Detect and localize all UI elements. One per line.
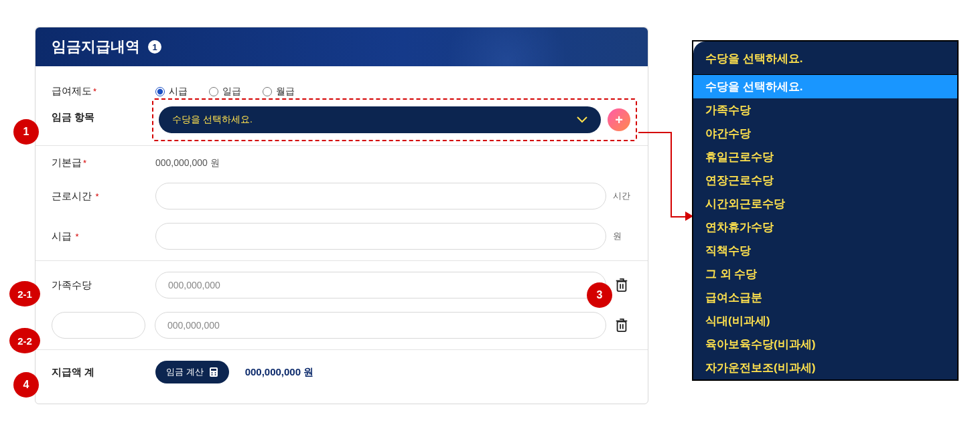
svg-rect-3 — [211, 369, 216, 371]
dropdown-options-list: 수당을 선택하세요. 가족수당 야간수당 휴일근로수당 연장근로수당 시간외근로… — [693, 75, 957, 379]
row-allowance-family: 가족수당 000,000,000 — [52, 265, 632, 305]
svg-point-4 — [211, 372, 212, 373]
dropdown-option[interactable]: 직책수당 — [693, 239, 957, 262]
svg-rect-0 — [618, 282, 626, 292]
row-pay-system: 급여제도* 시급 일급 월급 — [52, 78, 632, 104]
allowance-custom-value-input[interactable]: 000,000,000 — [155, 312, 606, 339]
dropdown-option[interactable]: 자가운전보조(비과세) — [693, 356, 957, 379]
row-work-hours: 근로시간 * 시간 — [52, 176, 632, 216]
required-mark: * — [93, 191, 99, 201]
required-mark: * — [73, 232, 79, 242]
allowance-family-input[interactable]: 000,000,000 — [155, 272, 606, 298]
dropdown-option[interactable]: 연장근로수당 — [693, 169, 957, 192]
popup-header: 수당을 선택하세요. — [693, 41, 957, 74]
dropdown-option[interactable]: 수당을 선택하세요. — [693, 75, 957, 98]
callout-2-2: 2-2 — [9, 328, 40, 353]
label-allowance-family: 가족수당 — [52, 279, 155, 292]
label-hourly-rate: 시급 * — [52, 230, 155, 243]
annotation-arrow — [638, 132, 672, 133]
callout-3: 3 — [587, 282, 612, 308]
row-hourly-rate: 시급 * 원 — [52, 216, 632, 256]
trash-icon — [614, 317, 629, 333]
pay-system-radio-group: 시급 일급 월급 — [155, 86, 295, 98]
wage-payment-panel: 임금지급내역 1 급여제도* 시급 일급 월급 — [35, 27, 648, 404]
label-pay-system: 급여제도* — [52, 85, 155, 98]
panel-body: 급여제도* 시급 일급 월급 임금 항목 — [36, 66, 648, 404]
label-work-hours: 근로시간 * — [52, 190, 155, 203]
dropdown-option[interactable]: 야간수당 — [693, 122, 957, 145]
label-total: 지급액 계 — [52, 366, 155, 379]
svg-rect-1 — [618, 322, 626, 332]
row-wage-item: 임금 항목 — [52, 104, 632, 131]
row-base-pay: 기본급* 000,000,000 원 — [52, 150, 632, 176]
annotation-arrow — [671, 216, 687, 218]
base-pay-value: 000,000,000 원 — [155, 157, 220, 169]
dropdown-option[interactable]: 연차휴가수당 — [693, 216, 957, 239]
delete-allowance-family-button[interactable] — [612, 275, 632, 295]
dropdown-option[interactable]: 식대(비과세) — [693, 309, 957, 333]
page-title: 임금지급내역 — [52, 37, 140, 57]
calculator-icon — [209, 367, 218, 377]
delete-allowance-custom-button[interactable] — [612, 315, 632, 335]
dropdown-option[interactable]: 육아보육수당(비과세) — [693, 333, 957, 356]
header-badge: 1 — [148, 40, 161, 54]
annotation-arrow — [671, 132, 672, 218]
divider — [36, 260, 648, 261]
callout-2-1: 2-1 — [9, 281, 40, 307]
allowance-dropdown-popup: 수당을 선택하세요. 수당을 선택하세요. 가족수당 야간수당 휴일근로수당 연… — [692, 40, 959, 381]
hourly-rate-input[interactable] — [155, 223, 606, 250]
popup-header-wrap: 수당을 선택하세요. — [693, 41, 957, 75]
radio-daily[interactable]: 일급 — [209, 86, 241, 98]
dropdown-option[interactable]: 휴일근로수당 — [693, 145, 957, 169]
panel-header: 임금지급내역 1 — [36, 27, 648, 66]
callout-1: 1 — [13, 119, 39, 145]
required-mark: * — [93, 86, 96, 96]
work-hours-input[interactable] — [155, 183, 606, 209]
callout-4: 4 — [13, 372, 39, 398]
dropdown-option[interactable]: 급여소급분 — [693, 286, 957, 309]
svg-point-7 — [214, 374, 216, 375]
dropdown-option[interactable]: 시간외근로수당 — [693, 192, 957, 216]
label-wage-item: 임금 항목 — [52, 111, 155, 124]
radio-monthly[interactable]: 월급 — [263, 86, 295, 98]
dropdown-option[interactable]: 가족수당 — [693, 98, 957, 122]
radio-hourly[interactable]: 시급 — [155, 86, 188, 98]
svg-point-5 — [214, 372, 216, 373]
svg-point-6 — [211, 374, 212, 375]
allowance-custom-name-input[interactable] — [52, 312, 145, 339]
label-base-pay: 기본급* — [52, 157, 155, 169]
row-total: 지급액 계 임금 계산 000,000,000 원 — [52, 354, 632, 390]
divider — [36, 349, 648, 350]
radio-hourly-input[interactable] — [155, 87, 165, 96]
trash-icon — [614, 277, 629, 293]
radio-daily-input[interactable] — [209, 87, 218, 96]
unit-hours: 시간 — [613, 190, 632, 202]
row-allowance-custom: 000,000,000 — [52, 305, 632, 345]
total-value: 000,000,000 원 — [245, 366, 314, 379]
unit-won: 원 — [613, 230, 632, 242]
required-mark: * — [83, 158, 86, 168]
calculate-wage-button[interactable]: 임금 계산 — [155, 361, 229, 383]
dropdown-option[interactable]: 그 외 수당 — [693, 262, 957, 286]
divider — [36, 145, 648, 146]
radio-monthly-input[interactable] — [263, 87, 272, 96]
